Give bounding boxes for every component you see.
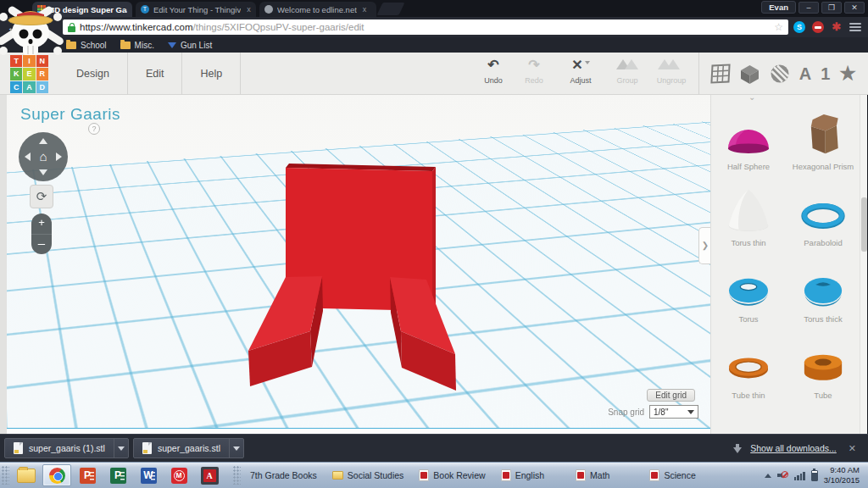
orbit-left-icon[interactable] [25,152,31,161]
undo-icon: ↶ [473,56,514,76]
toolbar-book-review[interactable]: Book Review [419,469,485,481]
pirate-theme-logo [0,0,68,61]
download-item[interactable]: super_gaaris (1).stl [4,438,129,458]
download-item[interactable]: super_gaaris.stl [133,438,244,458]
orbit-up-icon[interactable] [39,138,47,144]
profile-button[interactable]: Evan [761,1,796,14]
adjust-button[interactable]: ✕ Adjust [554,56,607,85]
tab-title: Welcome to edline.net [277,5,357,14]
help-badge[interactable]: ? [88,123,100,135]
address-bar[interactable]: https://www.tinkercad.com /things/5XIFOQ… [63,19,788,35]
network-signal-icon[interactable] [794,471,805,480]
shape-paraboloid[interactable]: Torus thin [711,178,786,254]
tab-edline[interactable]: Welcome to edline.net x [259,2,376,17]
publisher-taskbar-button[interactable]: P [103,464,132,486]
symbols-icon[interactable]: ★ [839,63,856,85]
panel-scrollbar[interactable] [860,95,867,434]
download-menu-arrow[interactable] [230,439,243,458]
adblock-extension-icon[interactable] [812,21,824,33]
word-taskbar-button[interactable]: W [134,464,163,486]
shape-tube-thin[interactable]: Tube thin [711,330,786,407]
bookmark-star-icon[interactable]: ☆ [774,21,783,33]
taskbar-clock[interactable]: 9:40 AM 3/10/2015 [824,465,863,485]
volume-muted-icon[interactable] [777,470,788,480]
battery-icon[interactable] [811,470,818,481]
zoom-out-button[interactable]: – [31,234,52,254]
orbit-down-icon[interactable] [39,169,47,175]
workplane-icon[interactable] [710,64,730,83]
edit-grid-button[interactable]: Edit grid [647,389,695,402]
bookmark-gun-list[interactable]: Gun List [168,41,212,50]
cube-icon[interactable] [739,64,760,85]
half-sphere-icon [722,114,775,158]
restore-button[interactable]: ❐ [821,2,842,14]
adobe-taskbar-button[interactable]: A [195,464,224,486]
download-shelf: super_gaaris (1).stl super_gaaris.stl Sh… [0,434,868,462]
bookmark-misc[interactable]: Misc. [120,41,154,50]
adjust-icon: ✕ [554,56,607,76]
close-button[interactable]: ✕ [844,2,865,14]
chrome-taskbar-button[interactable] [42,464,71,486]
tray-expand-icon[interactable] [765,474,771,478]
menu-help[interactable]: Help [182,53,241,95]
toolbar-social-studies[interactable]: Social Studies [332,470,404,480]
torus-icon [722,270,775,311]
edline-favicon [264,5,273,14]
bookmark-label: Misc. [135,41,154,50]
sidebar-collapse-handle[interactable]: ❯ [698,227,710,264]
url-host: https://www.tinkercad.com [80,22,193,32]
shape-torus[interactable]: Torus [711,254,786,330]
tab-thingiverse[interactable]: T Edit Your Thing - Thingiv x [136,2,256,17]
toolbar-english[interactable]: English [501,469,544,481]
makerbot-taskbar-button[interactable]: M [164,464,193,486]
tab-close-icon[interactable]: x [247,5,251,14]
numbers-icon[interactable]: 1 [821,64,830,84]
letters-icon[interactable]: A [799,64,811,84]
new-tab-button[interactable] [377,3,405,15]
starburst-extension-icon[interactable]: ✱ [831,21,843,33]
orbit-right-icon[interactable] [56,152,62,161]
skype-extension-icon[interactable]: S [793,21,805,33]
zoom-in-button[interactable]: + [31,214,52,234]
pdf-icon [649,469,659,481]
group-button[interactable]: Group [607,56,648,85]
view-orbit-control[interactable]: ⌂ [19,132,68,181]
shelf-close-icon[interactable]: ✕ [845,443,860,454]
browser-menu-icon[interactable] [849,22,861,32]
menu-design[interactable]: Design [58,53,128,95]
shape-tube[interactable]: Tube [786,330,860,407]
toolbar-7th-grade-books[interactable]: 7th Grade Books [250,470,317,480]
ball-icon[interactable] [770,64,790,84]
ungroup-button[interactable]: Ungroup [648,56,695,85]
snap-grid-select[interactable]: 1/8" [649,405,698,419]
shape-torus-thick[interactable]: Torus thick [786,254,860,330]
explorer-taskbar-button[interactable] [12,464,41,486]
redo-button[interactable]: ↷ Redo [514,56,554,85]
thingiverse-favicon: T [141,5,149,14]
menu-edit[interactable]: Edit [128,53,183,95]
scrollbar-thumb[interactable] [861,197,867,252]
shape-half-sphere[interactable]: Half Sphere [711,102,786,178]
shape-partial[interactable] [711,407,786,434]
minimize-button[interactable]: – [798,2,819,14]
panel-scroll-up-icon[interactable]: ⌄ [748,95,755,102]
design-viewport[interactable]: Super Gaaris ⌂ ? ⟳ + – Edit grid Snap gr… [7,95,710,434]
powerpoint-taskbar-button[interactable]: P [73,464,102,486]
rotate-view-button[interactable]: ⟳ [30,185,53,208]
browser-tab-strip: 3D design Super Gaaris | T T Edit Your T… [0,0,868,17]
toolbar-science[interactable]: Science [649,469,695,481]
bookmark-label: Gun List [181,41,212,50]
powerpoint-icon: P [80,468,96,484]
shape-hexagonal-prism[interactable]: Hexagonal Prism [786,102,860,178]
show-all-downloads-link[interactable]: Show all downloads... [750,443,837,453]
funnel-icon [168,42,176,48]
shape-torus-thin[interactable]: Paraboloid [786,178,860,254]
model-super-gaaris[interactable] [7,95,710,434]
torus-thick-icon [797,270,849,311]
tab-close-icon[interactable]: x [363,5,367,14]
bookmark-school[interactable]: School [66,41,107,50]
toolbar-math[interactable]: Math [576,469,609,481]
undo-button[interactable]: ↶ Undo [473,56,514,85]
view-home-icon[interactable]: ⌂ [39,149,47,164]
download-menu-arrow[interactable] [114,439,128,458]
